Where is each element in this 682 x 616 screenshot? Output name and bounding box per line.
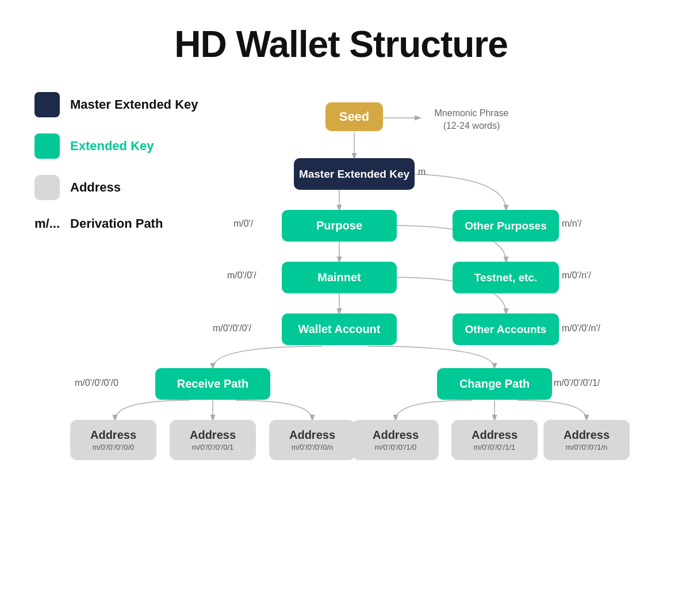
receive-path-node: Receive Path	[155, 368, 270, 400]
addr5-node: Address m/0'/0'/0'/1/1	[451, 420, 538, 460]
seed-node: Seed	[325, 102, 383, 131]
mnemonic-label: Mnemonic Phrase(12-24 words)	[426, 107, 518, 133]
other-purposes-path: m/n'/	[562, 219, 581, 229]
master-path: m	[418, 167, 426, 177]
mainnet-path: m/0'/0'/	[227, 270, 256, 281]
diagram: Seed Mnemonic Phrase(12-24 words) Master…	[0, 86, 682, 615]
other-accounts-path: m/0'/0'/n'/	[562, 323, 600, 334]
change-path-node: Change Path	[437, 368, 552, 400]
mainnet-node: Mainnet	[282, 262, 397, 293]
purpose-node: Purpose	[282, 210, 397, 242]
purpose-path: m/0'/	[233, 219, 253, 229]
change-path-path: m/0'/0'/0'/1/	[554, 378, 600, 388]
page-title: HD Wallet Structure	[0, 0, 682, 83]
addr3-node: Address m/0'/0'/0'/0/n	[269, 420, 355, 460]
receive-path-path: m/0'/0'/0'/0	[75, 378, 118, 388]
addr1-node: Address m/0'/0'/0'/0/0	[70, 420, 156, 460]
addr6-node: Address m/0'/0'/0'/1/n	[543, 420, 630, 460]
addr2-node: Address m/0'/0'/0'/0/1	[170, 420, 256, 460]
addr4-node: Address m/0'/0'/0'/1/0	[353, 420, 439, 460]
wallet-account-path: m/0'/0'/0'/	[213, 323, 251, 334]
testnet-path: m/0'/n'/	[562, 270, 591, 281]
master-node: Master Extended Key	[294, 158, 415, 190]
wallet-account-node: Wallet Account	[282, 313, 397, 345]
other-accounts-node: Other Accounts	[453, 313, 559, 345]
other-purposes-node: Other Purposes	[453, 210, 559, 242]
testnet-node: Testnet, etc.	[453, 262, 559, 293]
